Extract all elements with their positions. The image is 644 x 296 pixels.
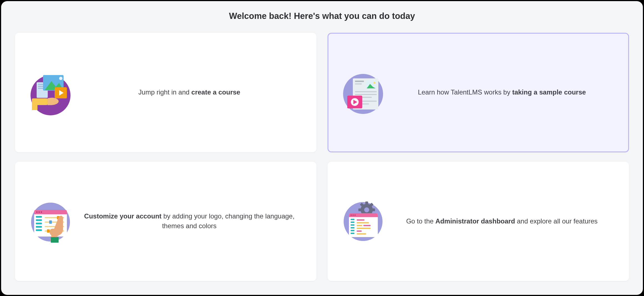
card-customize-account[interactable]: Customize your account by adding your lo… (15, 162, 316, 281)
card-sample-course[interactable]: Learn how TalentLMS works by taking a sa… (328, 33, 629, 152)
svg-point-33 (41, 212, 42, 213)
text-post: by adding your logo, changing the langua… (162, 212, 295, 230)
create-course-icon (27, 69, 74, 116)
svg-rect-54 (372, 208, 375, 211)
svg-rect-71 (357, 219, 364, 221)
svg-rect-74 (363, 225, 371, 226)
card-text: Customize your account by adding your lo… (74, 212, 305, 231)
svg-rect-75 (357, 228, 371, 229)
svg-rect-51 (365, 202, 368, 205)
svg-point-50 (364, 207, 369, 212)
text-bold: taking a sample course (512, 88, 586, 96)
text-post: and explore all our features (515, 217, 598, 225)
svg-rect-73 (357, 225, 362, 226)
card-grid: Jump right in and create a course (15, 33, 629, 281)
text-bold: Customize your account (84, 212, 162, 220)
svg-rect-15 (355, 83, 362, 84)
text-pre: Learn how TalentLMS works by (418, 88, 512, 96)
card-text: Jump right in and create a course (74, 88, 305, 97)
svg-rect-20 (355, 94, 377, 95)
svg-rect-66 (351, 222, 354, 223)
svg-rect-47 (51, 237, 59, 243)
text-bold: create a course (191, 88, 240, 96)
svg-point-31 (36, 212, 38, 213)
card-text: Go to the Administrator dashboard and ex… (387, 217, 617, 226)
svg-rect-77 (357, 233, 366, 235)
svg-rect-44 (49, 220, 52, 224)
text-pre: Go to the (406, 217, 435, 225)
svg-rect-76 (357, 230, 362, 232)
card-admin-dashboard[interactable]: Go to the Administrator dashboard and ex… (328, 162, 629, 281)
svg-point-6 (59, 77, 62, 80)
svg-rect-69 (351, 230, 354, 231)
svg-point-63 (353, 215, 354, 216)
svg-rect-14 (355, 81, 364, 82)
svg-rect-19 (355, 91, 377, 92)
svg-rect-11 (32, 105, 37, 110)
svg-rect-36 (36, 223, 42, 224)
svg-point-64 (354, 215, 356, 216)
card-text: Learn how TalentLMS works by taking a sa… (387, 88, 617, 97)
svg-rect-72 (357, 222, 369, 223)
sample-course-icon (339, 69, 387, 116)
svg-rect-38 (36, 229, 42, 231)
svg-point-32 (39, 212, 40, 213)
svg-rect-67 (351, 224, 354, 226)
svg-rect-70 (351, 233, 354, 234)
svg-rect-37 (36, 226, 42, 228)
svg-point-17 (373, 82, 376, 84)
admin-dashboard-icon (339, 198, 387, 245)
page-title: Welcome back! Here's what you can do tod… (15, 11, 629, 21)
svg-rect-46 (47, 229, 50, 233)
text-bold: Administrator dashboard (436, 217, 515, 225)
svg-rect-68 (351, 227, 354, 228)
svg-rect-30 (34, 213, 67, 214)
svg-point-62 (351, 215, 352, 216)
customize-account-icon (27, 198, 74, 245)
svg-rect-65 (351, 219, 354, 220)
text-pre: Jump right in and (139, 88, 192, 96)
svg-rect-35 (36, 219, 42, 221)
svg-rect-34 (36, 216, 42, 218)
card-create-course[interactable]: Jump right in and create a course (15, 33, 316, 152)
svg-rect-53 (358, 208, 362, 211)
welcome-panel: Welcome back! Here's what you can do tod… (1, 1, 643, 295)
svg-rect-10 (32, 98, 47, 105)
